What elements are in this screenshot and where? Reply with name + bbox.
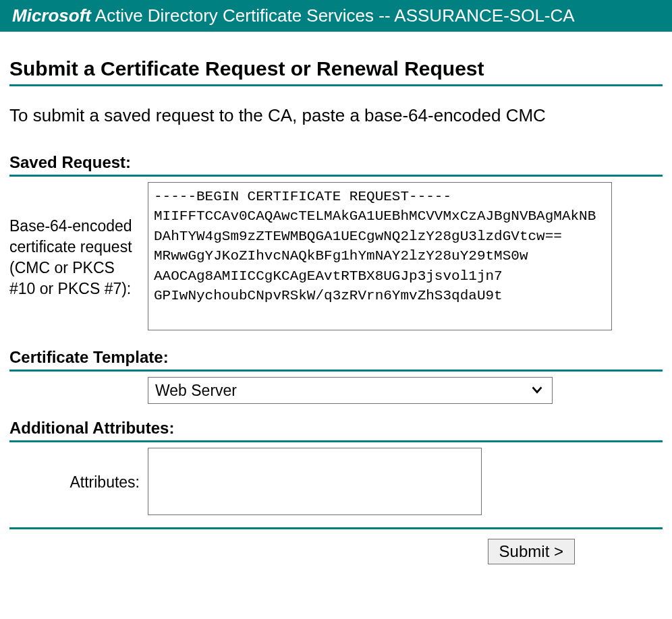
attributes-label: Attributes:: [9, 472, 148, 493]
section-cert-template-heading: Certificate Template:: [9, 348, 663, 372]
saved-request-label: Base-64-encoded certificate request (CMC…: [9, 216, 148, 299]
section-additional-attributes-heading: Additional Attributes:: [9, 419, 663, 442]
certificate-template-select[interactable]: Web Server: [148, 377, 553, 404]
header-ca-name: ASSURANCE-SOL-CA: [394, 5, 574, 26]
attributes-textarea[interactable]: [148, 448, 482, 515]
saved-request-textarea[interactable]: [148, 182, 612, 330]
header-separator: --: [379, 5, 394, 26]
section-saved-request-heading: Saved Request:: [9, 153, 663, 177]
instruction-text: To submit a saved request to the CA, pas…: [9, 105, 663, 126]
header-service: Active Directory Certificate Services: [91, 5, 379, 26]
bottom-divider: [9, 527, 663, 529]
header-bar: Microsoft Active Directory Certificate S…: [0, 0, 672, 32]
page-title: Submit a Certificate Request or Renewal …: [9, 57, 663, 86]
submit-button[interactable]: Submit >: [488, 539, 575, 564]
header-brand: Microsoft: [12, 5, 91, 26]
